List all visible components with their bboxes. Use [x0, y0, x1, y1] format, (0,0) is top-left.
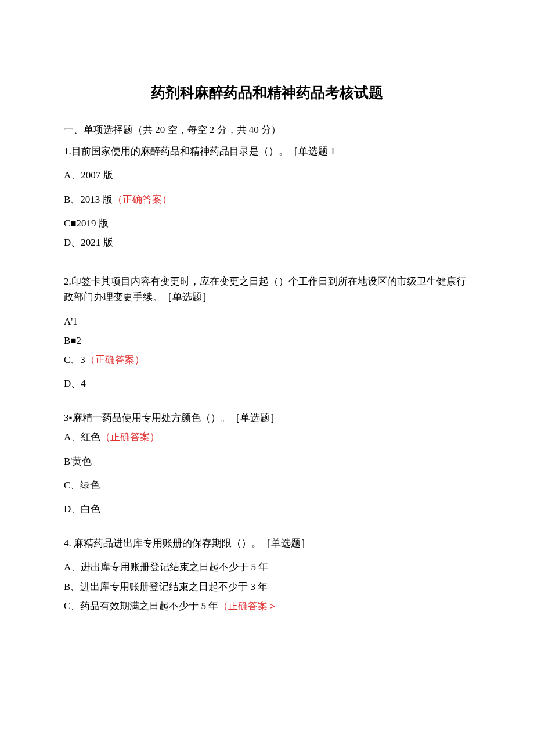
q4-stem: 4. 麻精药品进出库专用账册的保存期限（）。［单选题］ — [64, 535, 470, 551]
q1-option-b: B、2013 版（正确答案） — [64, 192, 470, 207]
q3-correct-label: （正确答案） — [100, 431, 160, 442]
q4-correct-label: （正确答案＞ — [218, 600, 277, 611]
q1-stem: 1.目前国家使用的麻醉药品和精神药品目录是（）。［单选题 1 — [64, 143, 470, 159]
q2-stem: 2.印签卡其项目内容有变更时，应在变更之日起（）个工作日到所在地设区的市级卫生健… — [64, 273, 470, 305]
q3-stem: 3▪麻精一药品使用专用处方颜色（）。［单选题］ — [64, 410, 470, 426]
q2-correct-label: （正确答案） — [85, 354, 145, 365]
q1-option-b-text: B、2013 版 — [64, 194, 113, 205]
q3-option-a: A、红色（正确答案） — [64, 429, 470, 445]
section-header: 一、单项选择题（共 20 空，每空 2 分，共 40 分） — [64, 122, 470, 138]
q2-option-b: B■2 — [64, 333, 470, 348]
q2-option-c-text: C、3 — [64, 354, 85, 365]
q2-option-a: A'1 — [64, 314, 470, 329]
q4-option-c-text: C、药品有效期满之日起不少于 5 年 — [64, 600, 218, 611]
q1-option-c: C■2019 版 — [64, 215, 470, 231]
q3-option-a-text: A、红色 — [64, 431, 100, 442]
q4-option-a: A、进出库专用账册登记结束之日起不少于 5 年 — [64, 559, 470, 575]
q3-option-b: B'黄色 — [64, 453, 470, 469]
q1-correct-label: （正确答案） — [113, 194, 172, 205]
q1-option-d: D、2021 版 — [64, 235, 470, 250]
q3-option-d: D、白色 — [64, 501, 470, 517]
document-title: 药剂科麻醉药品和精神药品考核试题 — [64, 81, 470, 105]
q2-option-c: C、3（正确答案） — [64, 352, 470, 368]
q4-option-c: C、药品有效期满之日起不少于 5 年（正确答案＞ — [64, 598, 470, 614]
q3-option-c: C、绿色 — [64, 477, 470, 493]
q1-option-a: A、2007 版 — [64, 167, 470, 183]
q2-option-d: D、4 — [64, 376, 470, 391]
q4-option-b: B、进出库专用账册登记结束之日起不少于 3 年 — [64, 579, 470, 595]
